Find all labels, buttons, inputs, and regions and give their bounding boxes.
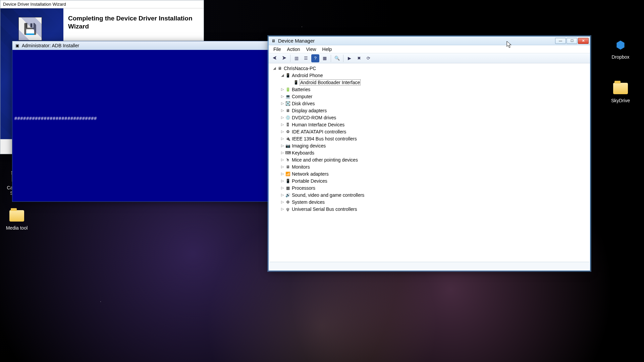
console-icon: ▣ <box>14 43 20 48</box>
expand-icon[interactable]: ▷ <box>280 150 285 155</box>
category-icon: ▦ <box>285 185 291 191</box>
devmgr-menubar[interactable]: File Action View Help <box>269 45 590 53</box>
tree-category[interactable]: ▷⌨Keyboards <box>269 149 589 156</box>
device-manager-window[interactable]: 🖥 Device Manager — ☐ ✕ File Action View … <box>268 36 590 271</box>
category-icon: ⚙ <box>285 129 291 134</box>
dropbox-icon: ⬢ <box>612 37 629 53</box>
show-hide-console-icon[interactable]: ▥ <box>292 54 301 62</box>
device-icon: 📱 <box>293 80 299 85</box>
enable-device-icon[interactable]: ▶ <box>345 54 354 62</box>
wizard-titlebar[interactable]: Device Driver Installation Wizard <box>0 0 204 8</box>
tree-category[interactable]: ▷💽Disk drives <box>269 100 589 107</box>
minimize-button[interactable]: — <box>555 38 566 44</box>
expand-icon[interactable]: ▷ <box>280 101 285 106</box>
folder-icon <box>612 80 629 97</box>
tree-category[interactable]: ▷💻Computer <box>269 93 589 100</box>
desktop-icon-dropbox[interactable]: ⬢ Dropbox <box>607 37 634 60</box>
category-label: Mice and other pointing devices <box>292 157 358 163</box>
category-label: Imaging devices <box>292 143 326 148</box>
expand-icon[interactable]: ▷ <box>280 207 285 211</box>
expand-icon[interactable]: ▷ <box>280 136 285 141</box>
tree-category[interactable]: ▷⚙IDE ATA/ATAPI controllers <box>269 128 589 135</box>
expand-icon[interactable]: ▷ <box>280 200 285 204</box>
folder-icon <box>9 208 25 224</box>
adb-installer-window[interactable]: ▣ Administrator: ADB Installer #########… <box>12 41 274 202</box>
adb-console-body: ############################ <box>12 50 273 201</box>
menu-action[interactable]: Action <box>284 46 303 53</box>
tree-category[interactable]: ▷🔌IEEE 1394 Bus host controllers <box>269 135 589 142</box>
desktop-label: SkyDrive <box>607 98 634 103</box>
expand-icon[interactable]: ▷ <box>280 179 285 183</box>
devmgr-statusbar <box>269 262 589 270</box>
tree-category[interactable]: ▷📷Imaging devices <box>269 142 589 149</box>
category-label: IEEE 1394 Bus host controllers <box>292 136 357 141</box>
tree-category[interactable]: ▷📶Network adapters <box>269 170 589 177</box>
category-label: Computer <box>292 94 312 99</box>
tree-category[interactable]: ▷💿DVD/CD-ROM drives <box>269 114 589 121</box>
adb-titlebar[interactable]: ▣ Administrator: ADB Installer <box>12 41 273 50</box>
properties-icon[interactable]: ☰ <box>302 54 310 62</box>
tree-device-android-bootloader[interactable]: 📱 Android Bootloader Interface <box>269 79 589 86</box>
category-icon: 📷 <box>285 143 291 148</box>
maximize-button[interactable]: ☐ <box>567 38 577 44</box>
menu-help[interactable]: Help <box>320 46 335 53</box>
update-driver-icon[interactable]: 🔍 <box>333 54 341 62</box>
tree-category[interactable]: ▷🖥Display adapters <box>269 107 589 114</box>
tree-category[interactable]: ▷▦Processors <box>269 184 589 191</box>
category-icon: ψ <box>285 206 291 212</box>
category-label: Monitors <box>292 164 310 170</box>
desktop-icon-skydrive[interactable]: SkyDrive <box>607 80 634 103</box>
expand-icon[interactable]: ▷ <box>280 87 285 92</box>
close-button[interactable]: ✕ <box>578 38 589 44</box>
tree-root[interactable]: ◢ 🖥 ChrisNacca-PC <box>269 65 589 72</box>
expand-icon[interactable]: ▷ <box>280 115 285 120</box>
category-label: Portable Devices <box>292 178 327 184</box>
menu-view[interactable]: View <box>303 46 319 53</box>
toolbar-separator <box>290 55 290 62</box>
tree-category-android-phone[interactable]: ◢ 📱 Android Phone <box>269 72 589 79</box>
expand-icon[interactable]: ▷ <box>280 193 285 197</box>
tree-category[interactable]: ▷🖱Mice and other pointing devices <box>269 156 589 163</box>
category-icon: 🎛 <box>285 122 291 127</box>
category-icon: 💽 <box>285 101 291 106</box>
category-icon: ⚙ <box>285 199 291 205</box>
adb-title: Administrator: ADB Installer <box>22 43 79 48</box>
device-tree[interactable]: ◢ 🖥 ChrisNacca-PC ◢ 📱 Android Phone 📱 An… <box>269 64 589 261</box>
expand-icon[interactable]: ▷ <box>280 186 285 190</box>
category-icon: 🔊 <box>285 192 291 198</box>
devmgr-titlebar[interactable]: 🖥 Device Manager — ☐ ✕ <box>269 37 590 45</box>
tree-category[interactable]: ▷🖥Monitors <box>269 163 589 170</box>
expand-icon[interactable]: ▷ <box>280 172 285 176</box>
toolbar-separator <box>343 55 343 62</box>
nav-forward-icon[interactable]: ⮞ <box>280 54 288 62</box>
scan-hardware-icon[interactable]: ⟳ <box>364 54 372 62</box>
desktop-icon-media-tool[interactable]: Media tool <box>3 208 30 231</box>
refresh-icon[interactable]: ▦ <box>321 54 329 62</box>
expand-icon[interactable]: ▷ <box>280 122 285 127</box>
tree-category[interactable]: ▷🔊Sound, video and game controllers <box>269 191 589 198</box>
uninstall-icon[interactable]: ✖ <box>355 54 363 62</box>
expand-icon[interactable]: ▷ <box>280 165 285 169</box>
nav-back-icon[interactable]: ⮜ <box>271 54 279 62</box>
expand-icon[interactable]: ▷ <box>280 158 285 162</box>
expand-icon[interactable]: ▷ <box>280 108 285 113</box>
collapse-icon[interactable]: ◢ <box>272 66 277 70</box>
devmgr-title: Device Manager <box>278 38 315 44</box>
expand-icon[interactable]: ▷ <box>280 143 285 148</box>
collapse-icon[interactable]: ◢ <box>280 73 285 77</box>
menu-file[interactable]: File <box>271 46 284 53</box>
phone-icon: 📱 <box>285 73 291 78</box>
tree-category[interactable]: ▷ψUniversal Serial Bus controllers <box>269 205 589 213</box>
tree-category[interactable]: ▷📱Portable Devices <box>269 177 589 184</box>
category-icon: 📱 <box>285 178 291 184</box>
expand-icon[interactable]: ▷ <box>280 129 285 134</box>
category-icon: 💿 <box>285 115 291 120</box>
tree-category[interactable]: ▷⚙System devices <box>269 198 589 205</box>
category-icon: 💻 <box>285 94 291 99</box>
expand-icon[interactable]: ▷ <box>280 94 285 99</box>
category-label: Display adapters <box>292 108 327 113</box>
tree-category[interactable]: ▷🎛Human Interface Devices <box>269 121 589 128</box>
tree-category[interactable]: ▷🔋Batteries <box>269 86 589 93</box>
help-icon[interactable]: ? <box>311 54 319 62</box>
category-icon: 🖱 <box>285 157 291 163</box>
